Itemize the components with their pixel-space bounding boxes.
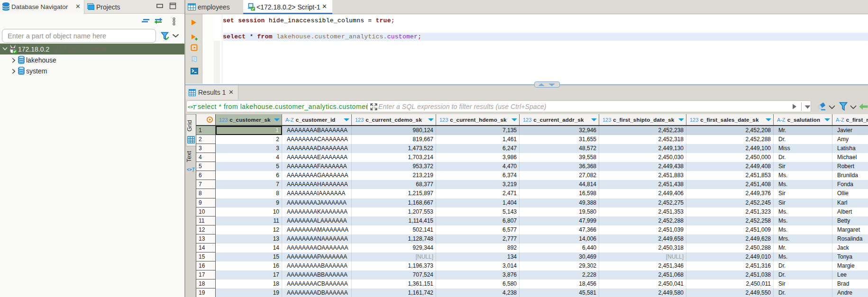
svg-text:T: T xyxy=(192,104,197,111)
svg-text:<>: <> xyxy=(187,167,192,172)
svg-text:T: T xyxy=(192,167,195,173)
